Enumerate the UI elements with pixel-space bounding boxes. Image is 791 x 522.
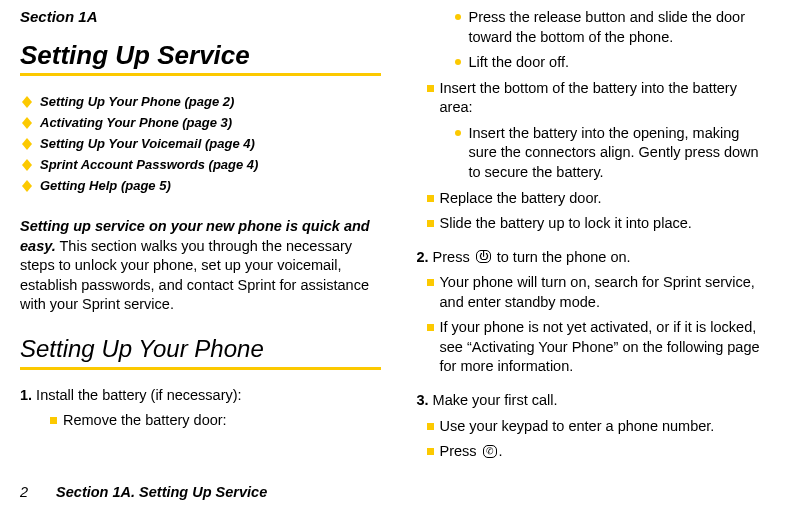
toc-item: Setting Up Your Voicemail (page 4): [20, 136, 381, 151]
sub-text: Use your keypad to enter a phone number.: [440, 417, 715, 437]
sub-item: Remove the battery door:: [20, 411, 381, 431]
sub-text: Your phone will turn on, search for Spri…: [440, 273, 772, 312]
sub-item: Your phone will turn on, search for Spri…: [411, 273, 772, 312]
left-column: Section 1A Setting Up Service Setting Up…: [20, 8, 381, 458]
toc-list: Setting Up Your Phone (page 2) Activatin…: [20, 94, 381, 199]
diamond-icon: [22, 117, 32, 129]
subsection-underline: [20, 367, 381, 370]
step-text-b: to turn the phone on.: [493, 249, 631, 265]
square-bullet-icon: [427, 448, 434, 455]
power-key-icon: ⏻: [476, 250, 491, 263]
dot-bullet-icon: [455, 130, 461, 136]
sub-text-a: Press: [440, 443, 481, 459]
sub2-item: Press the release button and slide the d…: [411, 8, 772, 47]
sub2-text: Insert the battery into the opening, mak…: [469, 124, 772, 183]
toc-text: Sprint Account Passwords (page 4): [40, 157, 258, 172]
page-number: 2: [20, 484, 28, 500]
diamond-icon: [22, 180, 32, 192]
step-number: 1.: [20, 387, 32, 403]
square-bullet-icon: [427, 423, 434, 430]
square-bullet-icon: [427, 220, 434, 227]
right-column: Press the release button and slide the d…: [411, 8, 772, 458]
sub-item: Insert the bottom of the battery into th…: [411, 79, 772, 118]
sub-item: Use your keypad to enter a phone number.: [411, 417, 772, 437]
step-text-a: Press: [429, 249, 474, 265]
square-bullet-icon: [427, 324, 434, 331]
step-3: 3. Make your first call.: [411, 391, 772, 411]
square-bullet-icon: [427, 279, 434, 286]
content-columns: Section 1A Setting Up Service Setting Up…: [20, 8, 771, 458]
sub-text: Replace the battery door.: [440, 189, 602, 209]
sub-item: Slide the battery up to lock it into pla…: [411, 214, 772, 234]
sub-text: Remove the battery door:: [63, 411, 227, 431]
sub-text: Slide the battery up to lock it into pla…: [440, 214, 692, 234]
diamond-icon: [22, 159, 32, 171]
square-bullet-icon: [427, 195, 434, 202]
step-text: Make your first call.: [429, 392, 558, 408]
step-number: 2.: [417, 249, 429, 265]
toc-text: Setting Up Your Phone (page 2): [40, 94, 234, 109]
title-underline: [20, 73, 381, 76]
toc-item: Setting Up Your Phone (page 2): [20, 94, 381, 109]
diamond-icon: [22, 138, 32, 150]
toc-text: Getting Help (page 5): [40, 178, 171, 193]
sub2-item: Lift the door off.: [411, 53, 772, 73]
sub-item: Replace the battery door.: [411, 189, 772, 209]
diamond-icon: [22, 96, 32, 108]
sub2-text: Press the release button and slide the d…: [469, 8, 772, 47]
subsection-heading: Setting Up Your Phone: [20, 335, 381, 363]
toc-item: Activating Your Phone (page 3): [20, 115, 381, 130]
call-key-icon: ✆: [483, 445, 497, 458]
page-footer: 2Section 1A. Setting Up Service: [20, 484, 267, 500]
dot-bullet-icon: [455, 59, 461, 65]
sub-text: If your phone is not yet activated, or i…: [440, 318, 772, 377]
dot-bullet-icon: [455, 14, 461, 20]
toc-text: Activating Your Phone (page 3): [40, 115, 232, 130]
intro-rest: This section walks you through the neces…: [20, 238, 369, 313]
sub2-item: Insert the battery into the opening, mak…: [411, 124, 772, 183]
intro-paragraph: Setting up service on your new phone is …: [20, 217, 381, 315]
section-label: Section 1A: [20, 8, 381, 25]
step-1: 1. Install the battery (if necessary):: [20, 386, 381, 406]
toc-item: Getting Help (page 5): [20, 178, 381, 193]
toc-item: Sprint Account Passwords (page 4): [20, 157, 381, 172]
sub-item: If your phone is not yet activated, or i…: [411, 318, 772, 377]
sub2-text: Lift the door off.: [469, 53, 570, 73]
footer-text: Section 1A. Setting Up Service: [56, 484, 267, 500]
sub-text: Press ✆.: [440, 442, 503, 462]
sub-text: Insert the bottom of the battery into th…: [440, 79, 772, 118]
sub-item: Press ✆.: [411, 442, 772, 462]
sub-text-b: .: [499, 443, 503, 459]
step-number: 3.: [417, 392, 429, 408]
step-text: Install the battery (if necessary):: [32, 387, 242, 403]
square-bullet-icon: [50, 417, 57, 424]
toc-text: Setting Up Your Voicemail (page 4): [40, 136, 255, 151]
step-2: 2. Press ⏻ to turn the phone on.: [411, 248, 772, 268]
square-bullet-icon: [427, 85, 434, 92]
main-title: Setting Up Service: [20, 40, 381, 71]
